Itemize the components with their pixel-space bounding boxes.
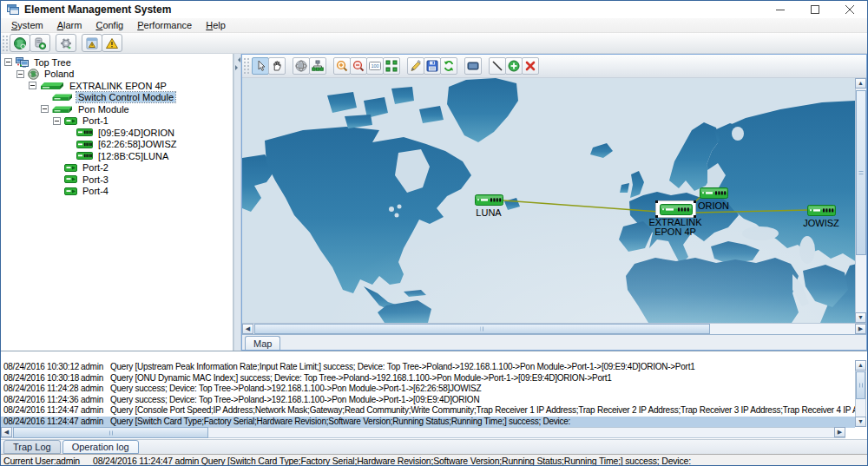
map-horizontal-scrollbar[interactable]: ◀ ▶ — [242, 323, 866, 334]
topology-view-button[interactable] — [309, 57, 326, 75]
tree-item-port-2[interactable]: Port-2 — [1, 162, 233, 174]
selection-handle[interactable] — [655, 200, 658, 203]
scroll-up-icon[interactable]: ▲ — [855, 78, 866, 89]
settings-gear-icon — [59, 36, 73, 50]
refresh-button[interactable] — [440, 57, 457, 75]
collapse-icon[interactable] — [41, 105, 49, 113]
log-tab-bar: Trap Log Operation log — [1, 439, 867, 454]
hand-icon — [270, 59, 284, 73]
delete-node-button[interactable] — [522, 57, 539, 75]
map-canvas[interactable]: LUNA ORION EXTRA — [242, 78, 855, 323]
pointer-select-button[interactable] — [252, 57, 269, 75]
world-view-button[interactable] — [293, 57, 310, 75]
scroll-down-icon[interactable]: ▼ — [855, 417, 866, 427]
log-entry-selected[interactable]: 08/24/2016 11:24:47adminQuery [Switch Ca… — [1, 417, 855, 428]
scroll-up-icon[interactable]: ▲ — [855, 360, 866, 371]
map-node-extralink[interactable]: EXTRALINK EPON 4P — [636, 200, 714, 237]
menubar: System Alarm Config Performance Help — [1, 18, 867, 33]
port-icon — [64, 164, 77, 172]
selection-handle[interactable] — [694, 200, 696, 203]
collapse-right-icon[interactable] — [235, 65, 240, 70]
tree-item-port-3[interactable]: Port-3 — [1, 174, 233, 186]
tree-item-port-4[interactable]: Port-4 — [1, 186, 233, 198]
map-toolbar-grip[interactable] — [243, 57, 249, 75]
log-list: 08/24/2016 10:30:12adminQuery [Upstream … — [1, 362, 855, 428]
tree-map-splitter[interactable] — [233, 54, 241, 351]
scrollbar-thumb[interactable] — [13, 427, 208, 438]
screen-icon — [466, 59, 480, 73]
zoom-out-button[interactable] — [350, 57, 367, 75]
collapse-icon[interactable] — [16, 70, 24, 78]
network-globe-button[interactable] — [10, 34, 30, 52]
pencil-icon — [409, 59, 423, 73]
tree-item-extralink-epon-4p[interactable]: EXTRALINK EPON 4P — [1, 80, 233, 92]
draw-line-button[interactable] — [489, 57, 506, 75]
toolbar-grip[interactable] — [2, 35, 8, 51]
world-icon — [294, 59, 308, 73]
scroll-down-icon[interactable]: ▼ — [855, 312, 866, 323]
onu-icon — [76, 128, 93, 136]
scrollbar-thumb[interactable] — [856, 90, 866, 255]
selection-handle[interactable] — [655, 215, 658, 218]
minimize-button[interactable] — [763, 1, 798, 18]
add-device-button[interactable] — [30, 34, 50, 52]
tab-operation-log[interactable]: Operation log — [62, 440, 139, 454]
collapse-icon[interactable] — [4, 58, 12, 66]
map-node-jowisz[interactable]: JOWISZ — [792, 205, 850, 228]
edit-button[interactable] — [407, 57, 424, 75]
tree-item-top-tree[interactable]: Top Tree — [1, 56, 233, 69]
log-entry[interactable]: 08/24/2016 10:30:12adminQuery [Upstream … — [1, 362, 855, 373]
log-entry[interactable]: 08/24/2016 10:30:18adminQuery [ONU Dynam… — [1, 373, 855, 384]
log-entry[interactable]: 08/24/2016 11:24:28adminQuery success; D… — [1, 384, 855, 395]
map-node-luna[interactable]: LUNA — [460, 194, 517, 218]
menu-help[interactable]: Help — [199, 19, 233, 31]
pointer-icon — [253, 59, 267, 73]
tab-map[interactable]: Map — [245, 336, 280, 350]
log-entry[interactable]: 08/24/2016 11:24:36adminQuery success; D… — [1, 395, 855, 406]
collapse-icon[interactable] — [29, 82, 36, 89]
scrollbar-thumb[interactable] — [254, 324, 710, 334]
scroll-right-icon[interactable]: ▶ — [834, 427, 845, 437]
map-vertical-scrollbar[interactable]: ▲ ▼ — [855, 78, 866, 323]
log-vertical-scrollbar[interactable]: ▲ ▼ — [855, 360, 866, 427]
tree-item-onu-orion[interactable]: [09:E9:4D]ORION — [1, 127, 233, 139]
port-icon — [64, 175, 77, 183]
menu-performance[interactable]: Performance — [130, 19, 199, 31]
menu-alarm[interactable]: Alarm — [50, 19, 89, 31]
add-node-button[interactable] — [505, 57, 523, 75]
zoom-out-icon — [352, 59, 365, 73]
scroll-right-icon[interactable]: ▶ — [855, 324, 866, 334]
zoom-in-button[interactable] — [333, 57, 351, 75]
log-horizontal-scrollbar[interactable]: ◀ ▶ — [1, 427, 845, 438]
zoom-actual-size-button[interactable]: 100 — [366, 57, 384, 75]
close-button[interactable] — [832, 1, 867, 18]
pan-hand-button[interactable] — [268, 57, 286, 75]
maximize-button[interactable] — [798, 1, 832, 18]
tab-trap-log[interactable]: Trap Log — [3, 440, 61, 454]
selection-handle[interactable] — [694, 215, 696, 218]
scroll-left-icon[interactable]: ◀ — [242, 324, 253, 334]
alarm-warning-button[interactable] — [102, 34, 122, 52]
log-entry[interactable]: 08/24/2016 11:24:47adminQuery [Console P… — [1, 405, 855, 417]
tree-item-onu-jowisz[interactable]: [62:26:58]JOWISZ — [1, 139, 233, 151]
collapse-icon[interactable] — [53, 117, 61, 125]
port-icon — [64, 187, 77, 195]
save-button[interactable] — [424, 57, 441, 75]
save-icon — [425, 59, 439, 73]
zoom-fit-button[interactable] — [383, 57, 400, 75]
menu-system[interactable]: System — [4, 19, 50, 31]
olt-switch-icon — [40, 81, 64, 90]
tree-item-poland[interactable]: Poland — [1, 69, 233, 81]
scrollbar-thumb[interactable] — [856, 371, 865, 399]
tree-item-switch-control-module[interactable]: Switch Control Module — [1, 92, 233, 104]
screen-button[interactable] — [464, 57, 482, 75]
collapse-left-icon[interactable] — [235, 57, 240, 62]
scroll-left-icon[interactable]: ◀ — [1, 427, 12, 437]
tree-item-onu-luna[interactable]: [12:8B:C5]LUNA — [1, 150, 233, 162]
menu-config[interactable]: Config — [89, 19, 130, 31]
alarm-panel-button[interactable] — [82, 34, 102, 52]
tree-item-port-1[interactable]: Port-1 — [1, 115, 233, 128]
tree-item-pon-module[interactable]: Pon Module — [1, 103, 233, 115]
settings-gear-button[interactable] — [56, 34, 76, 52]
onu-device-icon — [475, 194, 503, 207]
